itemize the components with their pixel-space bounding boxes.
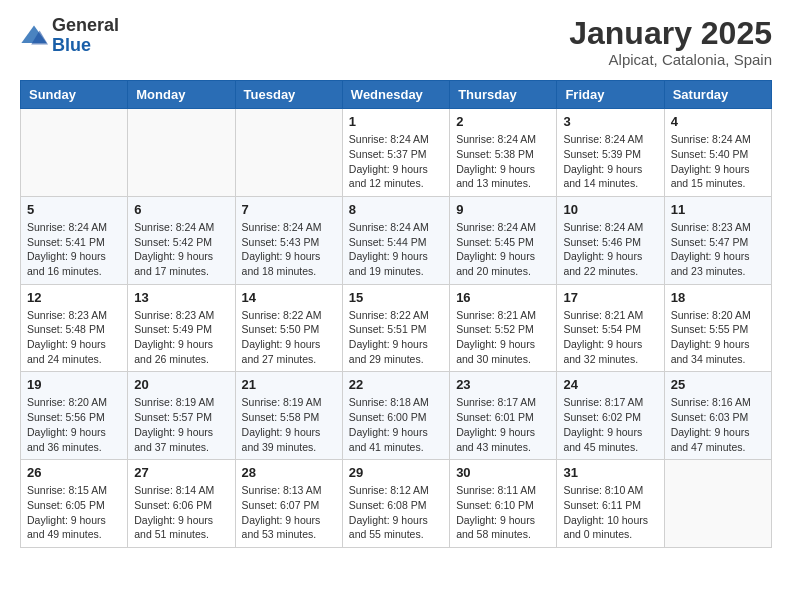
day-number: 25 [671, 377, 765, 392]
calendar-cell: 5Sunrise: 8:24 AM Sunset: 5:41 PM Daylig… [21, 196, 128, 284]
day-info: Sunrise: 8:15 AM Sunset: 6:05 PM Dayligh… [27, 483, 121, 542]
calendar-cell [235, 109, 342, 197]
calendar-cell: 29Sunrise: 8:12 AM Sunset: 6:08 PM Dayli… [342, 460, 449, 548]
logo-text: General Blue [52, 16, 119, 56]
calendar-header-row: SundayMondayTuesdayWednesdayThursdayFrid… [21, 81, 772, 109]
calendar-cell: 7Sunrise: 8:24 AM Sunset: 5:43 PM Daylig… [235, 196, 342, 284]
day-info: Sunrise: 8:20 AM Sunset: 5:55 PM Dayligh… [671, 308, 765, 367]
calendar-week-row: 5Sunrise: 8:24 AM Sunset: 5:41 PM Daylig… [21, 196, 772, 284]
day-number: 11 [671, 202, 765, 217]
day-info: Sunrise: 8:23 AM Sunset: 5:47 PM Dayligh… [671, 220, 765, 279]
day-number: 23 [456, 377, 550, 392]
calendar-cell: 16Sunrise: 8:21 AM Sunset: 5:52 PM Dayli… [450, 284, 557, 372]
day-number: 10 [563, 202, 657, 217]
calendar-cell: 23Sunrise: 8:17 AM Sunset: 6:01 PM Dayli… [450, 372, 557, 460]
calendar-header-thursday: Thursday [450, 81, 557, 109]
month-title: January 2025 [569, 16, 772, 51]
day-number: 8 [349, 202, 443, 217]
day-number: 21 [242, 377, 336, 392]
calendar-header-monday: Monday [128, 81, 235, 109]
calendar-cell: 19Sunrise: 8:20 AM Sunset: 5:56 PM Dayli… [21, 372, 128, 460]
calendar-table: SundayMondayTuesdayWednesdayThursdayFrid… [20, 80, 772, 548]
calendar-cell: 2Sunrise: 8:24 AM Sunset: 5:38 PM Daylig… [450, 109, 557, 197]
day-info: Sunrise: 8:21 AM Sunset: 5:52 PM Dayligh… [456, 308, 550, 367]
day-info: Sunrise: 8:16 AM Sunset: 6:03 PM Dayligh… [671, 395, 765, 454]
day-info: Sunrise: 8:24 AM Sunset: 5:45 PM Dayligh… [456, 220, 550, 279]
day-number: 24 [563, 377, 657, 392]
day-info: Sunrise: 8:24 AM Sunset: 5:42 PM Dayligh… [134, 220, 228, 279]
logo-icon [20, 22, 48, 50]
day-info: Sunrise: 8:24 AM Sunset: 5:41 PM Dayligh… [27, 220, 121, 279]
day-number: 15 [349, 290, 443, 305]
calendar-cell: 21Sunrise: 8:19 AM Sunset: 5:58 PM Dayli… [235, 372, 342, 460]
calendar-cell: 17Sunrise: 8:21 AM Sunset: 5:54 PM Dayli… [557, 284, 664, 372]
calendar-cell: 15Sunrise: 8:22 AM Sunset: 5:51 PM Dayli… [342, 284, 449, 372]
day-number: 5 [27, 202, 121, 217]
calendar-header-sunday: Sunday [21, 81, 128, 109]
calendar-cell: 8Sunrise: 8:24 AM Sunset: 5:44 PM Daylig… [342, 196, 449, 284]
day-number: 16 [456, 290, 550, 305]
day-info: Sunrise: 8:19 AM Sunset: 5:57 PM Dayligh… [134, 395, 228, 454]
header: General Blue January 2025 Alpicat, Catal… [20, 16, 772, 68]
day-number: 19 [27, 377, 121, 392]
day-info: Sunrise: 8:17 AM Sunset: 6:02 PM Dayligh… [563, 395, 657, 454]
day-info: Sunrise: 8:24 AM Sunset: 5:43 PM Dayligh… [242, 220, 336, 279]
day-info: Sunrise: 8:22 AM Sunset: 5:51 PM Dayligh… [349, 308, 443, 367]
day-number: 3 [563, 114, 657, 129]
logo: General Blue [20, 16, 119, 56]
day-number: 20 [134, 377, 228, 392]
day-number: 14 [242, 290, 336, 305]
calendar-cell: 26Sunrise: 8:15 AM Sunset: 6:05 PM Dayli… [21, 460, 128, 548]
calendar-week-row: 19Sunrise: 8:20 AM Sunset: 5:56 PM Dayli… [21, 372, 772, 460]
calendar-week-row: 12Sunrise: 8:23 AM Sunset: 5:48 PM Dayli… [21, 284, 772, 372]
calendar-cell: 9Sunrise: 8:24 AM Sunset: 5:45 PM Daylig… [450, 196, 557, 284]
day-info: Sunrise: 8:10 AM Sunset: 6:11 PM Dayligh… [563, 483, 657, 542]
calendar-cell: 20Sunrise: 8:19 AM Sunset: 5:57 PM Dayli… [128, 372, 235, 460]
calendar-cell: 28Sunrise: 8:13 AM Sunset: 6:07 PM Dayli… [235, 460, 342, 548]
calendar-week-row: 26Sunrise: 8:15 AM Sunset: 6:05 PM Dayli… [21, 460, 772, 548]
day-info: Sunrise: 8:21 AM Sunset: 5:54 PM Dayligh… [563, 308, 657, 367]
day-info: Sunrise: 8:24 AM Sunset: 5:46 PM Dayligh… [563, 220, 657, 279]
calendar-cell: 31Sunrise: 8:10 AM Sunset: 6:11 PM Dayli… [557, 460, 664, 548]
calendar-cell: 14Sunrise: 8:22 AM Sunset: 5:50 PM Dayli… [235, 284, 342, 372]
day-info: Sunrise: 8:22 AM Sunset: 5:50 PM Dayligh… [242, 308, 336, 367]
day-info: Sunrise: 8:11 AM Sunset: 6:10 PM Dayligh… [456, 483, 550, 542]
day-number: 22 [349, 377, 443, 392]
day-info: Sunrise: 8:18 AM Sunset: 6:00 PM Dayligh… [349, 395, 443, 454]
calendar-cell: 18Sunrise: 8:20 AM Sunset: 5:55 PM Dayli… [664, 284, 771, 372]
calendar-cell: 10Sunrise: 8:24 AM Sunset: 5:46 PM Dayli… [557, 196, 664, 284]
day-number: 13 [134, 290, 228, 305]
day-info: Sunrise: 8:19 AM Sunset: 5:58 PM Dayligh… [242, 395, 336, 454]
title-area: January 2025 Alpicat, Catalonia, Spain [569, 16, 772, 68]
day-number: 4 [671, 114, 765, 129]
day-info: Sunrise: 8:14 AM Sunset: 6:06 PM Dayligh… [134, 483, 228, 542]
calendar-cell: 30Sunrise: 8:11 AM Sunset: 6:10 PM Dayli… [450, 460, 557, 548]
day-number: 2 [456, 114, 550, 129]
day-info: Sunrise: 8:24 AM Sunset: 5:40 PM Dayligh… [671, 132, 765, 191]
page-container: General Blue January 2025 Alpicat, Catal… [0, 0, 792, 558]
day-number: 26 [27, 465, 121, 480]
day-info: Sunrise: 8:23 AM Sunset: 5:48 PM Dayligh… [27, 308, 121, 367]
calendar-cell: 6Sunrise: 8:24 AM Sunset: 5:42 PM Daylig… [128, 196, 235, 284]
day-number: 12 [27, 290, 121, 305]
calendar-cell: 13Sunrise: 8:23 AM Sunset: 5:49 PM Dayli… [128, 284, 235, 372]
day-number: 6 [134, 202, 228, 217]
day-info: Sunrise: 8:12 AM Sunset: 6:08 PM Dayligh… [349, 483, 443, 542]
day-info: Sunrise: 8:23 AM Sunset: 5:49 PM Dayligh… [134, 308, 228, 367]
day-number: 7 [242, 202, 336, 217]
day-number: 27 [134, 465, 228, 480]
day-number: 31 [563, 465, 657, 480]
calendar-cell: 25Sunrise: 8:16 AM Sunset: 6:03 PM Dayli… [664, 372, 771, 460]
day-info: Sunrise: 8:20 AM Sunset: 5:56 PM Dayligh… [27, 395, 121, 454]
calendar-header-friday: Friday [557, 81, 664, 109]
day-info: Sunrise: 8:24 AM Sunset: 5:39 PM Dayligh… [563, 132, 657, 191]
day-info: Sunrise: 8:13 AM Sunset: 6:07 PM Dayligh… [242, 483, 336, 542]
day-number: 18 [671, 290, 765, 305]
day-number: 28 [242, 465, 336, 480]
calendar-header-wednesday: Wednesday [342, 81, 449, 109]
day-info: Sunrise: 8:24 AM Sunset: 5:38 PM Dayligh… [456, 132, 550, 191]
day-number: 30 [456, 465, 550, 480]
calendar-cell: 24Sunrise: 8:17 AM Sunset: 6:02 PM Dayli… [557, 372, 664, 460]
calendar-cell: 11Sunrise: 8:23 AM Sunset: 5:47 PM Dayli… [664, 196, 771, 284]
calendar-cell: 1Sunrise: 8:24 AM Sunset: 5:37 PM Daylig… [342, 109, 449, 197]
